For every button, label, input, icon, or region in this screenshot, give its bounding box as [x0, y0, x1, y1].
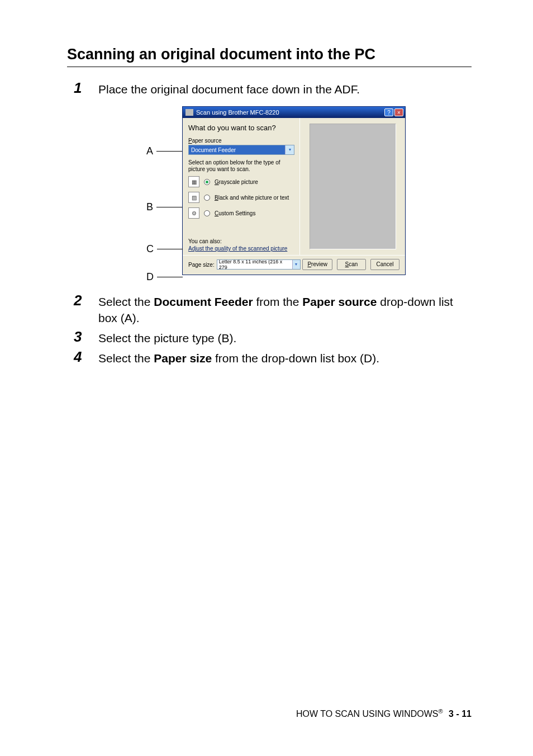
page-heading: Scanning an original document into the P… — [67, 46, 472, 67]
adjust-quality-link[interactable]: Adjust the quality of the scanned pictur… — [188, 245, 294, 252]
step-number: 4 — [74, 348, 98, 364]
step-text: Select the Document Feeder from the Pape… — [98, 292, 472, 326]
step-2: 2 Select the Document Feeder from the Pa… — [74, 292, 472, 326]
callout-a: A — [146, 145, 182, 157]
step-number: 1 — [74, 79, 98, 95]
scan-dialog: Scan using Brother MFC-8220 ? × What do … — [182, 106, 406, 275]
bw-icon: ▨ — [188, 192, 199, 203]
page-size-label: Page size: — [188, 262, 215, 268]
option-custom[interactable]: ⚙ Custom Settings — [188, 207, 294, 219]
radio[interactable] — [204, 210, 210, 216]
callout-b: B — [146, 201, 182, 213]
chevron-down-icon: ▾ — [292, 260, 300, 269]
dialog-figure: A B C D Scan using Brother MFC-8220 — [67, 106, 472, 278]
callout-c: C — [146, 243, 183, 255]
step-text: Place the original document face down in… — [98, 79, 360, 97]
callout-d: D — [146, 271, 183, 283]
close-icon[interactable]: × — [394, 108, 403, 116]
help-icon[interactable]: ? — [384, 108, 393, 116]
prompt-text: What do you want to scan? — [188, 124, 294, 132]
step-text: Select the Paper size from the drop-down… — [98, 348, 379, 366]
paper-source-dropdown[interactable]: Document Feeder ▾ — [188, 145, 294, 155]
paper-source-label: Paper source — [188, 138, 294, 144]
page-size-dropdown[interactable]: Letter 8.5 x 11 inches (216 x 279 ▾ — [217, 259, 301, 270]
page-footer: HOW TO SCAN USING WINDOWS® 3 - 11 — [296, 708, 472, 719]
grayscale-icon: ▦ — [188, 176, 199, 187]
you-can-also: You can also: — [188, 238, 294, 244]
preview-area — [310, 124, 396, 249]
option-grayscale[interactable]: ▦ Grayscale picture — [188, 176, 294, 187]
dialog-title: Scan using Brother MFC-8220 — [196, 109, 279, 116]
step-number: 2 — [74, 292, 98, 308]
titlebar: Scan using Brother MFC-8220 ? × — [183, 107, 405, 118]
custom-icon: ⚙ — [188, 207, 199, 219]
instruction-text: Select an option below for the type of p… — [188, 159, 294, 173]
radio[interactable] — [204, 195, 210, 201]
step-3: 3 Select the picture type (B). — [74, 328, 472, 346]
step-text: Select the picture type (B). — [98, 328, 236, 346]
step-1: 1 Place the original document face down … — [74, 79, 472, 97]
scanner-icon — [185, 109, 193, 116]
step-number: 3 — [74, 328, 98, 344]
radio-selected[interactable] — [204, 179, 210, 185]
cancel-button[interactable]: Cancel — [370, 259, 399, 270]
step-4: 4 Select the Paper size from the drop-do… — [74, 348, 472, 366]
preview-button[interactable]: Preview — [302, 259, 332, 270]
chevron-down-icon: ▾ — [285, 145, 294, 154]
option-bw[interactable]: ▨ Black and white picture or text — [188, 192, 294, 203]
scan-button[interactable]: Scan — [337, 259, 366, 270]
